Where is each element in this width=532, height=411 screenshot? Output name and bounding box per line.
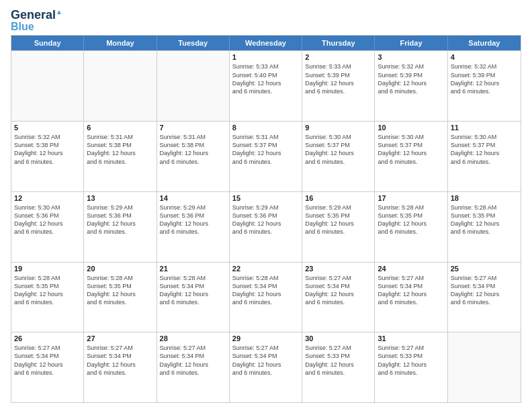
logo-blue: Blue: [11, 21, 34, 33]
header-day-saturday: Saturday: [448, 36, 521, 50]
calendar-week-4: 19Sunrise: 5:28 AM Sunset: 5:35 PM Dayli…: [11, 262, 521, 332]
day-number: 12: [14, 194, 81, 202]
day-info: Sunrise: 5:33 AM Sunset: 5:40 PM Dayligh…: [232, 62, 299, 95]
day-number: 14: [160, 194, 226, 202]
day-info: Sunrise: 5:27 AM Sunset: 5:34 PM Dayligh…: [378, 274, 444, 307]
day-number: 17: [378, 194, 444, 202]
header-day-tuesday: Tuesday: [157, 36, 230, 50]
day-number: 10: [378, 124, 444, 132]
day-cell-8: 8Sunrise: 5:31 AM Sunset: 5:37 PM Daylig…: [230, 122, 302, 191]
day-number: 5: [14, 124, 81, 132]
day-cell-empty: [157, 51, 230, 121]
header-day-sunday: Sunday: [11, 36, 84, 50]
day-info: Sunrise: 5:27 AM Sunset: 5:34 PM Dayligh…: [160, 344, 226, 377]
day-info: Sunrise: 5:30 AM Sunset: 5:37 PM Dayligh…: [378, 133, 444, 166]
page: General▲ Blue SundayMondayTuesdayWednesd…: [0, 0, 532, 411]
logo-general: General: [11, 8, 56, 21]
day-info: Sunrise: 5:30 AM Sunset: 5:37 PM Dayligh…: [451, 133, 518, 166]
day-number: 24: [378, 265, 444, 273]
day-info: Sunrise: 5:29 AM Sunset: 5:36 PM Dayligh…: [232, 203, 299, 236]
calendar-body: 1Sunrise: 5:33 AM Sunset: 5:40 PM Daylig…: [11, 50, 521, 402]
day-cell-7: 7Sunrise: 5:31 AM Sunset: 5:38 PM Daylig…: [157, 122, 230, 191]
calendar-week-5: 26Sunrise: 5:27 AM Sunset: 5:34 PM Dayli…: [11, 332, 521, 402]
calendar-week-1: 1Sunrise: 5:33 AM Sunset: 5:40 PM Daylig…: [11, 50, 521, 121]
day-number: 7: [160, 124, 226, 132]
header-day-monday: Monday: [84, 36, 157, 50]
day-number: 21: [160, 265, 226, 273]
day-number: 25: [451, 265, 518, 273]
header-day-wednesday: Wednesday: [230, 36, 302, 50]
day-info: Sunrise: 5:28 AM Sunset: 5:35 PM Dayligh…: [451, 203, 518, 236]
day-cell-18: 18Sunrise: 5:28 AM Sunset: 5:35 PM Dayli…: [448, 192, 521, 262]
day-info: Sunrise: 5:32 AM Sunset: 5:39 PM Dayligh…: [378, 62, 444, 95]
day-info: Sunrise: 5:30 AM Sunset: 5:36 PM Dayligh…: [14, 203, 81, 236]
day-cell-11: 11Sunrise: 5:30 AM Sunset: 5:37 PM Dayli…: [448, 122, 521, 191]
day-number: 22: [232, 265, 299, 273]
day-number: 20: [87, 265, 153, 273]
day-number: 15: [232, 194, 299, 202]
day-info: Sunrise: 5:32 AM Sunset: 5:39 PM Dayligh…: [451, 62, 518, 95]
day-info: Sunrise: 5:31 AM Sunset: 5:38 PM Dayligh…: [160, 133, 226, 166]
day-info: Sunrise: 5:27 AM Sunset: 5:34 PM Dayligh…: [232, 344, 299, 377]
day-cell-13: 13Sunrise: 5:29 AM Sunset: 5:36 PM Dayli…: [84, 192, 157, 262]
day-info: Sunrise: 5:29 AM Sunset: 5:35 PM Dayligh…: [305, 203, 371, 236]
day-cell-25: 25Sunrise: 5:27 AM Sunset: 5:34 PM Dayli…: [448, 263, 521, 332]
day-cell-2: 2Sunrise: 5:33 AM Sunset: 5:39 PM Daylig…: [302, 51, 375, 121]
day-number: 27: [87, 334, 153, 342]
day-cell-10: 10Sunrise: 5:30 AM Sunset: 5:37 PM Dayli…: [375, 122, 447, 191]
day-cell-4: 4Sunrise: 5:32 AM Sunset: 5:39 PM Daylig…: [448, 51, 521, 121]
day-number: 29: [232, 334, 299, 342]
day-cell-28: 28Sunrise: 5:27 AM Sunset: 5:34 PM Dayli…: [157, 332, 230, 402]
header: General▲ Blue: [11, 8, 521, 32]
day-info: Sunrise: 5:30 AM Sunset: 5:37 PM Dayligh…: [305, 133, 371, 166]
day-number: 11: [451, 124, 518, 132]
day-cell-22: 22Sunrise: 5:28 AM Sunset: 5:34 PM Dayli…: [230, 263, 302, 332]
day-number: 28: [160, 334, 226, 342]
day-cell-14: 14Sunrise: 5:29 AM Sunset: 5:36 PM Dayli…: [157, 192, 230, 262]
day-number: 30: [305, 334, 371, 342]
day-cell-24: 24Sunrise: 5:27 AM Sunset: 5:34 PM Dayli…: [375, 263, 447, 332]
day-info: Sunrise: 5:27 AM Sunset: 5:34 PM Dayligh…: [451, 274, 518, 307]
day-cell-20: 20Sunrise: 5:28 AM Sunset: 5:35 PM Dayli…: [84, 263, 157, 332]
day-cell-26: 26Sunrise: 5:27 AM Sunset: 5:34 PM Dayli…: [11, 332, 84, 402]
day-info: Sunrise: 5:28 AM Sunset: 5:35 PM Dayligh…: [378, 203, 444, 236]
day-cell-27: 27Sunrise: 5:27 AM Sunset: 5:34 PM Dayli…: [84, 332, 157, 402]
day-info: Sunrise: 5:27 AM Sunset: 5:34 PM Dayligh…: [305, 274, 371, 307]
calendar-header: SundayMondayTuesdayWednesdayThursdayFrid…: [11, 36, 521, 50]
logo-text: General▲: [11, 8, 62, 22]
day-cell-16: 16Sunrise: 5:29 AM Sunset: 5:35 PM Dayli…: [302, 192, 375, 262]
day-number: 19: [14, 265, 81, 273]
day-cell-12: 12Sunrise: 5:30 AM Sunset: 5:36 PM Dayli…: [11, 192, 84, 262]
day-cell-30: 30Sunrise: 5:27 AM Sunset: 5:33 PM Dayli…: [302, 332, 375, 402]
calendar-week-2: 5Sunrise: 5:32 AM Sunset: 5:38 PM Daylig…: [11, 121, 521, 191]
day-info: Sunrise: 5:27 AM Sunset: 5:33 PM Dayligh…: [305, 344, 371, 377]
day-info: Sunrise: 5:27 AM Sunset: 5:33 PM Dayligh…: [378, 344, 444, 377]
day-cell-29: 29Sunrise: 5:27 AM Sunset: 5:34 PM Dayli…: [230, 332, 302, 402]
day-info: Sunrise: 5:28 AM Sunset: 5:35 PM Dayligh…: [14, 274, 81, 307]
day-number: 1: [232, 53, 299, 61]
header-day-friday: Friday: [375, 36, 447, 50]
day-info: Sunrise: 5:29 AM Sunset: 5:36 PM Dayligh…: [87, 203, 153, 236]
day-cell-9: 9Sunrise: 5:30 AM Sunset: 5:37 PM Daylig…: [302, 122, 375, 191]
day-info: Sunrise: 5:27 AM Sunset: 5:34 PM Dayligh…: [87, 344, 153, 377]
day-cell-19: 19Sunrise: 5:28 AM Sunset: 5:35 PM Dayli…: [11, 263, 84, 332]
day-info: Sunrise: 5:31 AM Sunset: 5:37 PM Dayligh…: [232, 133, 299, 166]
day-cell-1: 1Sunrise: 5:33 AM Sunset: 5:40 PM Daylig…: [230, 51, 302, 121]
day-cell-17: 17Sunrise: 5:28 AM Sunset: 5:35 PM Dayli…: [375, 192, 447, 262]
day-number: 23: [305, 265, 371, 273]
day-info: Sunrise: 5:28 AM Sunset: 5:35 PM Dayligh…: [87, 274, 153, 307]
day-cell-empty: [11, 51, 84, 121]
day-info: Sunrise: 5:31 AM Sunset: 5:38 PM Dayligh…: [87, 133, 153, 166]
day-number: 13: [87, 194, 153, 202]
day-cell-empty: [448, 332, 521, 402]
day-cell-6: 6Sunrise: 5:31 AM Sunset: 5:38 PM Daylig…: [84, 122, 157, 191]
day-number: 8: [232, 124, 299, 132]
day-number: 6: [87, 124, 153, 132]
day-info: Sunrise: 5:33 AM Sunset: 5:39 PM Dayligh…: [305, 62, 371, 95]
day-info: Sunrise: 5:27 AM Sunset: 5:34 PM Dayligh…: [14, 344, 81, 377]
day-cell-5: 5Sunrise: 5:32 AM Sunset: 5:38 PM Daylig…: [11, 122, 84, 191]
day-number: 4: [451, 53, 518, 61]
day-cell-23: 23Sunrise: 5:27 AM Sunset: 5:34 PM Dayli…: [302, 263, 375, 332]
logo: General▲ Blue: [11, 8, 62, 32]
day-cell-31: 31Sunrise: 5:27 AM Sunset: 5:33 PM Dayli…: [375, 332, 447, 402]
